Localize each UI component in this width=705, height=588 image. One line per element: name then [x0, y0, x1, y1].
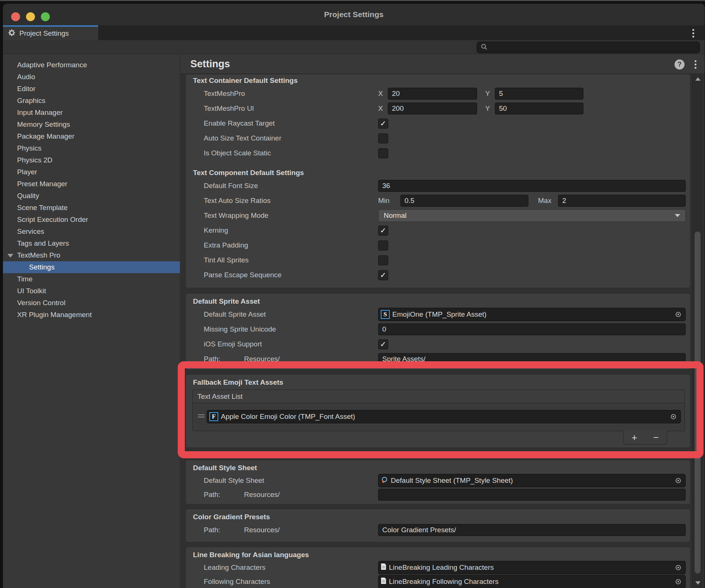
- gradient-path-input[interactable]: Color Gradient Presets/: [378, 524, 686, 536]
- kerning-checkbox[interactable]: ✓: [378, 226, 388, 236]
- add-item-button[interactable]: +: [626, 431, 643, 444]
- object-scale-static-checkbox[interactable]: [378, 148, 388, 158]
- object-picker-icon[interactable]: [675, 578, 682, 585]
- textmeshpro-ui-y-input[interactable]: 50: [495, 103, 583, 114]
- row-default-sprite-asset: Default Sprite Asset S EmojiOne (TMP_Spr…: [186, 307, 690, 322]
- font-asset-icon: F: [209, 412, 218, 421]
- parse-escape-checkbox[interactable]: ✓: [378, 270, 388, 280]
- scroll-down-arrow-icon[interactable]: [695, 581, 701, 585]
- remove-item-button[interactable]: −: [648, 431, 664, 444]
- auto-size-min-input[interactable]: 0.5: [400, 195, 528, 207]
- x-axis-label: X: [378, 90, 388, 98]
- tab-menu-icon[interactable]: [692, 29, 694, 31]
- sidebar-item-script-execution-order[interactable]: Script Execution Order: [3, 214, 180, 226]
- tint-all-sprites-checkbox[interactable]: [378, 255, 388, 265]
- sidebar-item-audio[interactable]: Audio: [3, 71, 180, 83]
- sprite-asset-icon: S: [381, 310, 390, 319]
- ios-emoji-checkbox[interactable]: ✓: [378, 339, 388, 349]
- row-textmeshpro-ui: TextMeshPro UI X 200 Y 50: [186, 101, 690, 116]
- x-axis-label: X: [378, 104, 388, 113]
- sidebar-item-tags-and-layers[interactable]: Tags and Layers: [3, 238, 180, 249]
- style-sheet-asset-icon: [381, 476, 388, 485]
- pane-menu-icon[interactable]: [695, 60, 696, 62]
- scroll-up-arrow-icon[interactable]: [695, 77, 701, 81]
- sidebar-item-graphics[interactable]: Graphics: [3, 95, 180, 107]
- object-picker-icon[interactable]: [670, 413, 677, 420]
- text-asset-list: Text Asset List F Apple Color Emoji Colo…: [192, 390, 685, 431]
- enable-raycast-checkbox[interactable]: ✓: [378, 119, 388, 129]
- close-window-button[interactable]: [11, 12, 20, 21]
- sidebar-item-ui-toolkit[interactable]: UI Toolkit: [3, 285, 180, 297]
- sidebar-item-xr-plugin-management[interactable]: XR Plugin Management: [3, 309, 180, 321]
- section-title-default-sprite-asset: Default Sprite Asset: [186, 296, 690, 307]
- object-field-value: Apple Color Emoji Color (TMP_Font Asset): [221, 413, 355, 421]
- following-characters-object-field[interactable]: LineBreaking Following Characters: [378, 575, 686, 588]
- textmeshpro-y-input[interactable]: 5: [495, 88, 583, 100]
- field-label: Tint All Sprites: [204, 256, 378, 264]
- default-sprite-asset-object-field[interactable]: S EmojiOne (TMP_Sprite Asset): [378, 308, 686, 321]
- auto-size-checkbox[interactable]: [378, 133, 388, 143]
- textmeshpro-x-input[interactable]: 20: [388, 88, 477, 100]
- textmeshpro-ui-x-input[interactable]: 200: [388, 103, 477, 114]
- sidebar-item-version-control[interactable]: Version Control: [3, 297, 180, 309]
- title-bar[interactable]: Project Settings: [3, 4, 705, 25]
- tab-project-settings[interactable]: Project Settings: [3, 25, 98, 40]
- search-field[interactable]: [477, 42, 700, 53]
- row-missing-sprite-unicode: Missing Sprite Unicode 0: [186, 322, 690, 337]
- sidebar-item-scene-template[interactable]: Scene Template: [3, 202, 180, 214]
- settings-pane: Settings ? Text Container Default Settin…: [181, 55, 705, 588]
- row-default-style-sheet: Default Style Sheet Default Style Sheet …: [186, 474, 690, 488]
- sidebar-item-memory-settings[interactable]: Memory Settings: [3, 119, 180, 130]
- foldout-open-icon[interactable]: [7, 254, 13, 258]
- field-label: Path: Resources/: [204, 491, 378, 499]
- fallback-font-asset-object-field[interactable]: F Apple Color Emoji Color (TMP_Font Asse…: [207, 410, 681, 423]
- object-field-value: LineBreaking Leading Characters: [389, 563, 494, 572]
- path-label: Path:: [204, 491, 242, 499]
- minimize-window-button[interactable]: [26, 12, 35, 21]
- style-sheet-path-input[interactable]: [378, 489, 686, 501]
- object-picker-icon[interactable]: [675, 564, 682, 571]
- vertical-scrollbar[interactable]: [692, 74, 703, 588]
- screen-edge: [0, 0, 705, 1]
- tab-label: Project Settings: [19, 29, 69, 38]
- sidebar-item-package-manager[interactable]: Package Manager: [3, 130, 180, 142]
- sidebar-item-editor[interactable]: Editor: [3, 83, 180, 95]
- path-label: Path:: [204, 526, 242, 534]
- text-asset-list-header[interactable]: Text Asset List: [193, 390, 685, 403]
- row-default-font-size: Default Font Size 36: [186, 178, 690, 193]
- default-style-sheet-object-field[interactable]: Default Style Sheet (TMP_Style Sheet): [378, 474, 686, 487]
- sidebar-item-preset-manager[interactable]: Preset Manager: [3, 178, 180, 190]
- zoom-window-button[interactable]: [41, 12, 50, 21]
- sidebar-item-services[interactable]: Services: [3, 226, 180, 238]
- missing-sprite-unicode-input[interactable]: 0: [378, 323, 686, 335]
- tab-bar: Project Settings: [3, 25, 705, 40]
- field-label: Leading Characters: [204, 563, 378, 572]
- row-tint-all-sprites: Tint All Sprites: [186, 253, 690, 268]
- field-label: TextMeshPro UI: [204, 104, 378, 113]
- auto-size-max-input[interactable]: 2: [558, 195, 686, 207]
- section-title-default-style-sheet: Default Style Sheet: [186, 462, 690, 474]
- sidebar-item-physics[interactable]: Physics: [3, 142, 180, 154]
- default-font-size-input[interactable]: 36: [378, 180, 686, 192]
- sidebar-item-settings-selected[interactable]: Settings: [3, 261, 180, 273]
- sidebar-item-quality[interactable]: Quality: [3, 190, 180, 202]
- sidebar-item-input-manager[interactable]: Input Manager: [3, 107, 180, 119]
- window-title: Project Settings: [3, 4, 705, 25]
- sidebar-item-textmesh-pro[interactable]: TextMesh Pro: [3, 249, 180, 261]
- field-label: Enable Raycast Target: [204, 119, 378, 127]
- sidebar-item-time[interactable]: Time: [3, 273, 180, 285]
- sidebar-item-adaptive-performance[interactable]: Adaptive Performance: [3, 59, 180, 71]
- row-ios-emoji-support: iOS Emoji Support ✓: [186, 337, 690, 352]
- object-picker-icon[interactable]: [675, 477, 682, 484]
- extra-padding-checkbox[interactable]: [378, 240, 388, 251]
- text-wrapping-mode-dropdown[interactable]: Normal: [378, 209, 686, 222]
- scrollbar-thumb[interactable]: [695, 232, 701, 574]
- object-picker-icon[interactable]: [675, 311, 682, 318]
- sidebar-item-physics-2d[interactable]: Physics 2D: [3, 154, 180, 166]
- help-icon[interactable]: ?: [675, 59, 685, 70]
- search-input[interactable]: [488, 44, 699, 51]
- sprite-path-input[interactable]: Sprite Assets/: [378, 353, 686, 365]
- leading-characters-object-field[interactable]: LineBreaking Leading Characters: [378, 561, 686, 574]
- chevron-down-icon: [675, 214, 680, 217]
- sidebar-item-player[interactable]: Player: [3, 166, 180, 178]
